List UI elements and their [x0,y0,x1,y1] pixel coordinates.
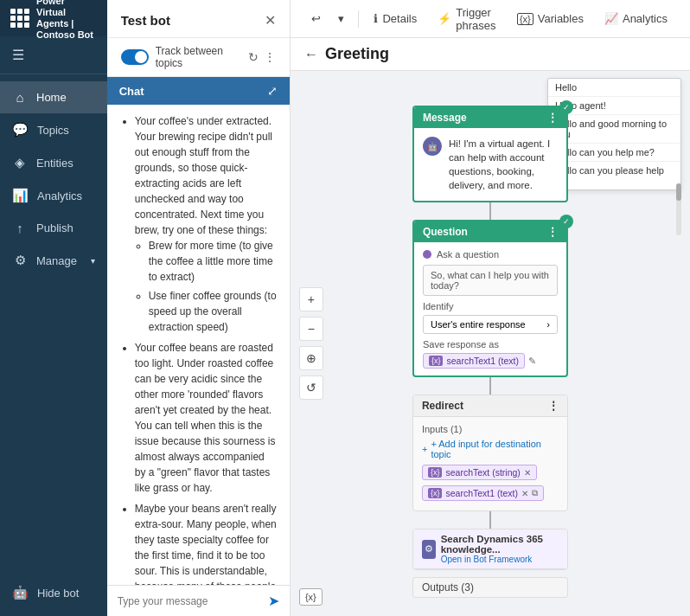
check-icon: ✓ [559,100,573,114]
add-input-button[interactable]: + + Add input for destination topic [422,439,559,459]
topics-icon: 💬 [12,122,29,138]
more-icon[interactable]: ⋮ [548,400,559,412]
more-icon[interactable]: ⋮ [264,50,276,64]
tab-analytics[interactable]: 📈 Analytics [596,9,676,29]
zoom-out-button[interactable]: − [299,317,323,341]
suggestion-item[interactable]: Hello can you please help me [548,162,680,189]
sidebar-item-label: Home [36,91,67,104]
bot-avatar: 🤖 [423,137,442,156]
sidebar-item-entities[interactable]: ◈ Entities [0,146,107,179]
suggestion-item[interactable]: Hello and good morning to you [548,115,680,144]
canvas-tools: + − ⊕ ↺ [299,287,323,400]
home-icon: ⌂ [12,90,28,105]
close-icon[interactable]: ✕ [265,12,276,29]
input-tag: {x} searchText (string) ✕ [422,465,537,480]
search-node-header: ⚙ Search Dynamics 365 knowledge... Open … [413,529,567,569]
message-node-card[interactable]: Message ⋮ 🤖 Hi! I'm a virtual agent. I c… [412,106,568,202]
input-tags: {x} searchText (string) ✕ [422,465,559,483]
variable-button[interactable]: {x} [299,588,323,606]
refresh-icon[interactable]: ↻ [248,50,259,64]
tab-analytics-label: Analytics [623,12,668,25]
question-node-body: Ask a question So, what can I help you w… [414,242,566,375]
message-node-header: Message ⋮ [414,107,566,128]
test-bot-title: Test bot [121,13,170,28]
undo-button[interactable]: ↩ [304,9,328,29]
chat-input[interactable] [118,595,263,607]
question-node-title: Question [423,226,468,238]
divider [358,10,359,28]
edit-icon[interactable]: ✎ [528,356,536,367]
sidebar-item-label: Manage [36,254,77,267]
track-toggle[interactable] [121,49,149,65]
redirect-node: Redirect ⋮ Inputs (1) + + Add input for … [412,395,568,511]
suggestion-item[interactable]: Hello can you help me? [548,144,680,162]
search-node-card[interactable]: ⚙ Search Dynamics 365 knowledge... Open … [412,529,568,570]
analytics-icon: 📊 [12,188,29,203]
chat-message-item: Use finer coffee grounds (to speed up th… [149,288,278,335]
identify-label: Identify [423,301,558,311]
message-node-title: Message [423,112,467,124]
zoom-in-button[interactable]: + [299,287,323,311]
suggestion-item[interactable]: Hello [548,79,680,97]
back-button[interactable]: ← [304,47,318,62]
ask-row: Ask a question [423,249,558,260]
chat-messages: Your coffee's under extracted. Your brew… [107,105,290,585]
hide-bot-label: Hide bot [37,587,79,600]
sidebar-item-home[interactable]: ⌂ Home [0,81,107,113]
tab-trigger-label: Trigger phrases [456,6,496,32]
chat-message-item: Your coffee's under extracted. Your brew… [135,113,278,335]
sidebar-item-publish[interactable]: ↑ Publish [0,212,107,244]
flow-connector [489,511,491,529]
hamburger-icon: ☰ [12,47,24,63]
question-node-card[interactable]: Question ⋮ Ask a question So, what can I… [412,220,568,377]
target-button[interactable]: ⊕ [299,346,323,370]
sidebar-item-topics[interactable]: 💬 Topics [0,113,107,146]
question-input: So, what can I help you with today? [423,265,558,296]
tag-text: searchText1 (text) [445,488,517,498]
sidebar-item-label: Topics [37,124,69,137]
more-icon[interactable]: ⋮ [547,226,558,238]
var-icon: {x} [428,467,443,478]
sidebar: Power Virtual Agents | Contoso Bot ☰ ⌂ H… [0,0,107,616]
canvas-flow: Hello Hello agent! Hello and good mornin… [291,71,690,616]
tag-text: searchText (string) [445,467,520,478]
send-icon[interactable]: ➤ [268,593,279,609]
remove-tag-icon[interactable]: ✕ [524,468,531,478]
sidebar-menu-toggle[interactable]: ☰ [12,42,95,68]
flow-connector [489,202,491,220]
search-node: ⚙ Search Dynamics 365 knowledge... Open … [412,529,568,570]
expand-icon[interactable]: ⤢ [267,84,278,98]
identify-value: User's entire response [431,319,526,330]
copy-icon[interactable]: ⧉ [532,488,538,498]
tab-trigger-phrases[interactable]: ⚡ Trigger phrases [429,3,505,35]
tab-variables[interactable]: {x} Variables [508,9,592,29]
main-canvas: ↩ ▾ ℹ Details ⚡ Trigger phrases {x} Vari… [291,0,690,616]
history-button[interactable]: ↺ [299,375,323,400]
outputs-label: Outputs (3) [412,577,568,598]
sidebar-item-manage[interactable]: ⚙ Manage ▾ [0,244,107,277]
remove-tag-icon[interactable]: ✕ [521,489,528,498]
track-label: Track between topics [156,45,241,69]
search-node-title: Search Dynamics 365 knowledge... [441,534,559,555]
more-icon[interactable]: ⋮ [547,112,558,124]
sidebar-item-hide-bot[interactable]: 🤖 Hide bot [12,578,95,607]
chat-input-area: ➤ [107,585,290,616]
question-node-header: Question ⋮ [414,221,566,242]
tab-details[interactable]: ℹ Details [365,9,425,29]
redirect-node-card[interactable]: Redirect ⋮ Inputs (1) + + Add input for … [412,395,568,511]
tab-details-label: Details [382,12,417,25]
save-tag-text: searchText1 (text) [446,356,518,366]
open-bot-framework-link[interactable]: Open in Bot Framework [441,555,559,564]
canvas-topbar: ↩ ▾ ℹ Details ⚡ Trigger phrases {x} Vari… [291,0,690,38]
redirect-node-body: Inputs (1) + + Add input for destination… [413,417,567,510]
analytics-icon: 📈 [604,12,618,25]
identify-select[interactable]: User's entire response › [423,315,558,334]
bot-icon: 🤖 [12,585,29,600]
chevron-right-icon: › [546,319,550,330]
scrollbar[interactable] [676,183,681,235]
chat-header: Chat ⤢ [107,77,290,105]
redo-dropdown[interactable]: ▾ [331,9,351,29]
test-bot-ctrl-icons: ↻ ⋮ [248,50,276,64]
sidebar-item-analytics[interactable]: 📊 Analytics [0,179,107,212]
app-title: Power Virtual Agents | Contoso Bot [36,0,97,41]
